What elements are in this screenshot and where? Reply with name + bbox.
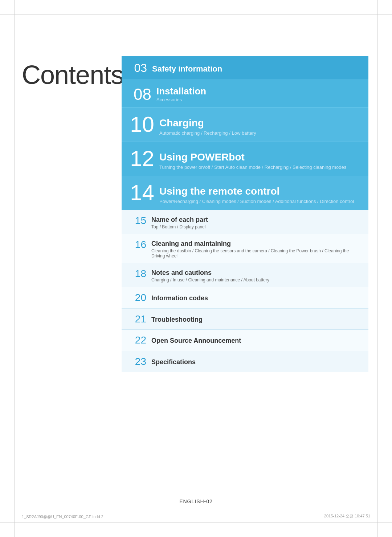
toc-label-12: Using POWERbot <box>159 149 362 163</box>
toc-label-21: Troubleshooting <box>151 315 362 324</box>
page-title: Contents <box>22 60 123 90</box>
toc-number-16: 16 <box>128 239 146 251</box>
toc-label-22: Open Source Announcement <box>151 336 362 345</box>
toc-content-10: Charging Automatic charging / Recharging… <box>159 114 362 136</box>
toc-number-21: 21 <box>128 313 146 325</box>
toc-item-14: 14 Using the remote control Power/Rechar… <box>122 176 368 210</box>
toc-content-21: Troubleshooting <box>151 314 362 324</box>
border-right <box>377 0 377 537</box>
toc-sub-10: Automatic charging / Recharging / Low ba… <box>159 130 362 136</box>
toc-number-18: 18 <box>128 268 146 280</box>
toc-number-23: 23 <box>128 355 146 368</box>
toc-content-08: Installation Accessories <box>156 85 362 102</box>
toc-sub-08: Accessories <box>156 97 362 102</box>
toc-container: 03 Safety information 08 Installation Ac… <box>122 56 368 372</box>
toc-number-22: 22 <box>128 334 146 346</box>
toc-item-10: 10 Charging Automatic charging / Recharg… <box>122 108 368 142</box>
toc-sub-14: Power/Recharging / Cleaning modes / Suct… <box>159 199 362 204</box>
toc-label-16: Cleaning and maintaining <box>151 239 362 248</box>
toc-item-12: 12 Using POWERbot Turning the power on/o… <box>122 142 368 176</box>
toc-content-18: Notes and cautions Charging / In use / C… <box>151 268 362 282</box>
toc-content-15: Name of each part Top / Bottom / Display… <box>151 215 362 229</box>
toc-label-15: Name of each part <box>151 215 362 224</box>
toc-item-18: 18 Notes and cautions Charging / In use … <box>122 263 368 287</box>
toc-content-12: Using POWERbot Turning the power on/off … <box>159 148 362 170</box>
toc-content-20: Information codes <box>151 293 362 302</box>
toc-sub-15: Top / Bottom / Display panel <box>151 224 362 229</box>
toc-label-03: Safety information <box>152 63 362 74</box>
footer-page-number: ENGLISH-02 <box>179 499 213 504</box>
toc-number-15: 15 <box>128 215 146 227</box>
toc-sub-16: Cleaning the dustbin / Cleaning the sens… <box>151 248 362 259</box>
toc-number-08: 08 <box>128 85 151 102</box>
toc-number-03: 03 <box>128 62 147 74</box>
toc-item-15: 15 Name of each part Top / Bottom / Disp… <box>122 210 368 234</box>
toc-sub-12: Turning the power on/off / Start Auto cl… <box>159 164 362 170</box>
toc-item-21: 21 Troubleshooting <box>122 309 368 330</box>
toc-label-23: Specifications <box>151 358 362 366</box>
toc-label-10: Charging <box>159 114 362 129</box>
toc-number-20: 20 <box>128 292 146 304</box>
toc-number-10: 10 <box>128 114 154 135</box>
toc-label-08: Installation <box>156 86 362 97</box>
toc-content-14: Using the remote control Power/Rechargin… <box>159 182 362 204</box>
toc-content-03: Safety information <box>152 62 362 74</box>
footer-date: 2015-12-24 오전 10:47 51 <box>324 513 370 519</box>
toc-number-14: 14 <box>128 182 154 204</box>
toc-item-08: 08 Installation Accessories <box>122 80 368 108</box>
footer-filename: 1_SR2AJ90@@U_EN_00740F-00_GE.indd 2 <box>22 514 103 519</box>
toc-item-16: 16 Cleaning and maintaining Cleaning the… <box>122 234 368 263</box>
toc-content-16: Cleaning and maintaining Cleaning the du… <box>151 239 362 259</box>
toc-item-20: 20 Information codes <box>122 287 368 309</box>
toc-label-20: Information codes <box>151 294 362 302</box>
border-left <box>15 0 15 537</box>
toc-sub-18: Charging / In use / Cleaning and mainten… <box>151 277 362 282</box>
toc-number-12: 12 <box>128 148 154 170</box>
toc-content-23: Specifications <box>151 357 362 366</box>
toc-label-14: Using the remote control <box>159 183 362 197</box>
border-bottom <box>0 522 392 522</box>
border-top <box>0 15 392 15</box>
toc-content-22: Open Source Announcement <box>151 335 362 345</box>
toc-item-22: 22 Open Source Announcement <box>122 330 368 351</box>
toc-label-18: Notes and cautions <box>151 268 362 277</box>
toc-item-23: 23 Specifications <box>122 351 368 372</box>
toc-item-03: 03 Safety information <box>122 56 368 80</box>
